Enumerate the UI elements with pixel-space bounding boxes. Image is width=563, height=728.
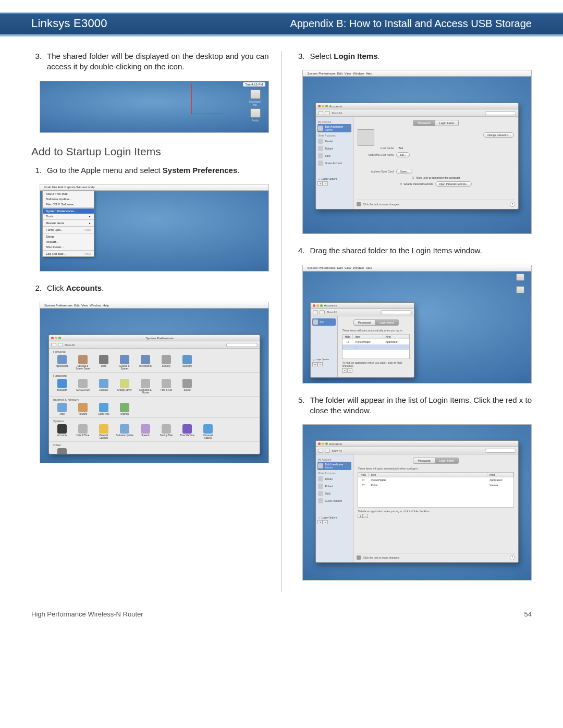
forward-button[interactable]: [58, 343, 63, 347]
back-button[interactable]: [51, 343, 56, 347]
menu-dock[interactable]: Dock▸: [43, 214, 94, 219]
sidebar-item[interactable]: Robert: [317, 145, 351, 152]
search-input[interactable]: [485, 111, 516, 115]
sidebar-item[interactable]: Guest Account: [317, 159, 351, 167]
help-button[interactable]: ?: [510, 555, 515, 560]
search-input[interactable]: [226, 343, 258, 347]
syspref-item[interactable]: Universal Access: [199, 424, 217, 439]
sidebar-item[interactable]: Daniel: [317, 138, 351, 145]
syspref-item[interactable]: Software Update: [116, 424, 133, 439]
syspref-item[interactable]: Version Cue CS3: [53, 448, 71, 454]
menu-system-preferences[interactable]: System Preferences...: [43, 208, 94, 214]
syspref-item[interactable]: Sound: [178, 379, 196, 394]
syspref-item[interactable]: QuickTime: [95, 403, 113, 415]
sidebar-current-user[interactable]: Bob: [312, 318, 336, 326]
syspref-item[interactable]: Appearance: [53, 355, 71, 370]
syspref-label: QuickTime: [95, 413, 113, 415]
syspref-item[interactable]: Displays: [95, 379, 113, 394]
syspref-item[interactable]: Sharing: [116, 403, 133, 415]
syspref-item[interactable]: Bluetooth: [53, 379, 71, 394]
help-button[interactable]: ?: [510, 202, 515, 207]
forward-button[interactable]: [325, 449, 330, 453]
syspref-item[interactable]: Parental Controls: [95, 424, 113, 439]
syspref-section-label: Personal: [49, 349, 260, 354]
syspref-item[interactable]: Keyboard & Mouse: [137, 379, 154, 394]
menu-shutdown[interactable]: Shut Down...: [43, 244, 94, 250]
traffic-lights[interactable]: [51, 337, 61, 339]
traffic-lights[interactable]: [313, 304, 323, 307]
search-input[interactable]: [485, 449, 516, 453]
login-options[interactable]: ⌂Login Options: [317, 515, 351, 520]
tab-password[interactable]: Password: [413, 458, 435, 464]
syspref-item[interactable]: .Mac: [53, 403, 71, 415]
tab-password[interactable]: Password: [413, 120, 435, 126]
menubar-app: System Preferences Edit View Window Help: [44, 304, 109, 307]
syspref-item[interactable]: Speech: [137, 424, 154, 439]
menu-recent[interactable]: Recent Items▸: [43, 220, 94, 226]
table-row[interactable]: ☐PublicVolume: [358, 483, 513, 488]
login-options[interactable]: ⌂Login Options: [312, 357, 336, 362]
user-avatar[interactable]: [358, 129, 374, 146]
syspref-item[interactable]: Time Machine: [178, 424, 196, 439]
syspref-item[interactable]: Desktop & Screen Saver: [74, 355, 92, 370]
desktop-hd-icon: Macintosh HD: [249, 90, 262, 106]
lock-icon[interactable]: [357, 202, 361, 206]
show-all-button[interactable]: Show All: [332, 449, 341, 452]
back-button[interactable]: [313, 310, 318, 314]
sidebar-current-user[interactable]: Bob Hawthorne Admin: [317, 124, 351, 132]
menu-force-quit[interactable]: Force Quit...⌥⌘⎋: [43, 227, 94, 232]
syspref-item[interactable]: Accounts: [53, 424, 71, 439]
add-remove-buttons[interactable]: +−: [317, 181, 351, 186]
forward-button[interactable]: [320, 310, 325, 314]
change-password-button[interactable]: Change Password...: [483, 132, 514, 138]
back-button[interactable]: [318, 111, 323, 115]
menu-sleep[interactable]: Sleep: [43, 234, 94, 239]
syspref-item[interactable]: Startup Disk: [157, 424, 175, 439]
tab-login-items[interactable]: Login Items: [435, 120, 459, 126]
menu-item[interactable]: Mac OS X Software...: [43, 202, 94, 207]
menu-logout[interactable]: Log Out Bob...⇧⌘Q: [43, 251, 94, 256]
checkbox-icon[interactable]: ☐: [400, 182, 402, 186]
show-all-button[interactable]: Show All: [65, 343, 75, 347]
syspref-item[interactable]: Energy Saver: [116, 379, 133, 394]
table-row-drop[interactable]: ⬚: [342, 344, 409, 350]
value-username[interactable]: Bob: [396, 146, 422, 150]
syspref-item[interactable]: Date & Time: [74, 424, 92, 439]
menu-restart[interactable]: Restart...: [43, 239, 94, 244]
sidebar-item[interactable]: Sally: [317, 152, 351, 159]
table-row[interactable]: ☐iTunesHelperApplication: [358, 477, 513, 483]
sidebar-item[interactable]: Daniel: [317, 475, 351, 483]
mobileme-button[interactable]: Set...: [396, 152, 410, 157]
sidebar-item[interactable]: Sally: [317, 490, 351, 497]
back-button[interactable]: [318, 449, 323, 453]
lock-icon[interactable]: [357, 556, 361, 560]
syspref-item[interactable]: Print & Fax: [157, 379, 175, 394]
syspref-item[interactable]: Dock: [95, 355, 113, 370]
traffic-lights[interactable]: [318, 105, 328, 107]
syspref-item[interactable]: Exposé & Spaces: [116, 355, 133, 370]
traffic-lights[interactable]: [318, 442, 328, 445]
syspref-item[interactable]: Spotlight: [178, 355, 196, 370]
show-all-button[interactable]: Show All: [326, 311, 336, 314]
show-all-button[interactable]: Show All: [332, 112, 341, 115]
menu-item[interactable]: Software Update...: [43, 196, 94, 202]
search-input[interactable]: [381, 310, 412, 314]
tab-login-items[interactable]: Login Items: [375, 319, 399, 326]
checkbox-icon[interactable]: ☐: [412, 176, 414, 179]
sidebar-current-user[interactable]: Bob HawthorneAdmin: [317, 462, 351, 470]
tab-password[interactable]: Password: [353, 319, 375, 326]
addressbook-button[interactable]: Open...: [396, 169, 412, 174]
login-options-label: Login Options: [322, 177, 338, 180]
sidebar-item[interactable]: Robert: [317, 483, 351, 490]
parental-button[interactable]: Open Parental Controls...: [435, 181, 472, 187]
syspref-item[interactable]: CDs & DVDs: [74, 379, 92, 394]
login-options[interactable]: ⌂ Login Options: [317, 176, 351, 181]
menu-item[interactable]: About This Mac: [43, 191, 94, 196]
table-row[interactable]: ☐ iTunesHelper Application: [342, 339, 409, 344]
syspref-item[interactable]: Network: [74, 403, 92, 415]
forward-button[interactable]: [325, 111, 330, 115]
tab-login-items[interactable]: Login Items: [435, 458, 459, 464]
syspref-item[interactable]: Security: [157, 355, 175, 370]
sidebar-item[interactable]: Guest Account: [317, 497, 351, 504]
syspref-item[interactable]: International: [137, 355, 154, 370]
